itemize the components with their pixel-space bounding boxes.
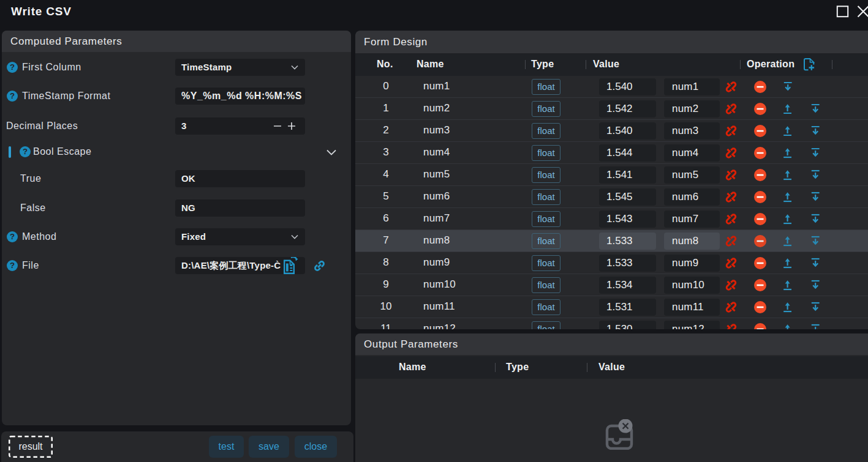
svg-text:?: ? (23, 147, 28, 156)
svg-text:?: ? (10, 91, 15, 100)
svg-text:?: ? (10, 232, 15, 241)
svg-text:?: ? (10, 62, 15, 72)
svg-text:?: ? (10, 261, 15, 270)
